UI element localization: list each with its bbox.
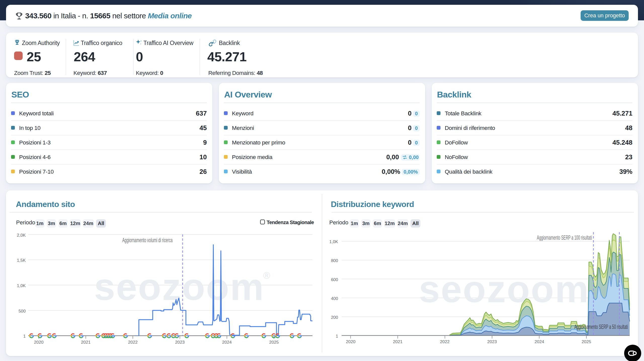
svg-text:2,0K: 2,0K: [17, 233, 26, 238]
svg-text:2024: 2024: [222, 340, 232, 345]
svg-text:Aggiornamento SERP a 50 risult: Aggiornamento SERP a 50 risultati: [574, 323, 628, 330]
svg-text:2025: 2025: [582, 339, 591, 344]
svg-text:600: 600: [331, 277, 338, 282]
svg-text:2020: 2020: [346, 339, 355, 344]
svg-text:1: 1: [336, 334, 338, 339]
svg-text:1,5K: 1,5K: [17, 258, 26, 263]
svg-text:500: 500: [19, 309, 26, 314]
svg-text:2024: 2024: [535, 339, 544, 344]
svg-text:2021: 2021: [393, 339, 403, 344]
svg-text:200: 200: [331, 315, 338, 320]
svg-text:2025: 2025: [269, 340, 279, 345]
svg-text:2021: 2021: [81, 340, 91, 345]
svg-text:®: ®: [263, 270, 270, 281]
svg-text:800: 800: [331, 258, 338, 263]
svg-text:1,0K: 1,0K: [329, 239, 338, 244]
svg-text:2023: 2023: [487, 339, 497, 344]
svg-text:1,0K: 1,0K: [17, 283, 26, 288]
svg-text:2022: 2022: [128, 340, 138, 345]
svg-text:seozoom: seozoom: [419, 268, 589, 310]
svg-text:400: 400: [331, 296, 338, 301]
svg-text:2023: 2023: [175, 340, 185, 345]
svg-text:2020: 2020: [34, 340, 44, 345]
svg-text:1: 1: [23, 334, 26, 339]
svg-text:Aggiornamento SERP a 100 risul: Aggiornamento SERP a 100 risultati: [537, 234, 592, 241]
svg-text:2022: 2022: [440, 339, 450, 344]
svg-text:Aggiornamento volumi di ricerc: Aggiornamento volumi di ricerca: [122, 237, 173, 243]
